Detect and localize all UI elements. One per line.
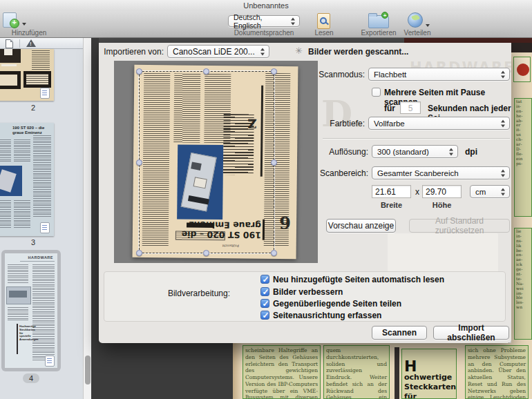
export-button-label: Exportieren — [358, 29, 399, 37]
pullquote-initial: H — [404, 360, 417, 373]
sidebar-scrollbar-track[interactable] — [83, 38, 91, 399]
stepper-arrows-icon — [501, 188, 506, 195]
unit-value: cm — [475, 188, 486, 196]
thumb4-col-a — [8, 264, 28, 284]
warnings-tab-icon[interactable] — [26, 39, 36, 47]
thumbnail-page-4-selection[interactable]: HARDWARE Hochwertige Steckkarten für spe… — [1, 250, 61, 371]
add-button[interactable]: + Hinzufügen — [0, 11, 70, 38]
thumb3-col-d — [0, 200, 11, 228]
colordepth-value: Vollfarbe — [374, 119, 405, 128]
scan-button[interactable]: Scannen — [372, 326, 427, 340]
ocr-text-col4: sich ohne Probleme mehrere Subsysteme an… — [465, 345, 529, 399]
thumb3-col-e — [14, 200, 30, 228]
detect-orientation-checkbox[interactable] — [260, 311, 269, 320]
width-input[interactable]: 21.61 — [372, 185, 411, 198]
reset-defaults-button[interactable]: Auf Standard zurücksetzen — [409, 219, 510, 233]
doc-dark-band — [511, 43, 532, 52]
resolution-value: 300 (standard) — [377, 148, 429, 156]
doc-page-bottom-strip: scheinbare Haltegriffe an den Seiten des… — [233, 343, 532, 399]
folder-tab — [368, 13, 377, 17]
marquee-handle-n[interactable] — [203, 68, 209, 75]
page-curl-badge — [40, 222, 50, 233]
pullquote-bar — [395, 347, 399, 399]
scan-sheet-dialog: HARDWARE D. Importieren von: CanoScan Li… — [99, 43, 511, 343]
read-button[interactable]: Lesen — [310, 11, 339, 38]
processing-label: Bildverarbeitung: — [154, 289, 230, 298]
doc-pullquote: Hochwertige Steckkarten für spezielle An… — [404, 351, 455, 399]
doc-col2-text: quem durchkonstruierten, soliden und zuv… — [324, 346, 389, 399]
resolution-select[interactable]: 300 (standard) — [372, 145, 458, 158]
ad-chip-white — [4, 49, 12, 55]
thumb4-photo-computer — [9, 291, 27, 298]
scanner-select[interactable]: CanoScan LiDE 200... — [167, 45, 269, 58]
thumb3-col-c — [33, 135, 51, 218]
ocr-text-region-margin-bottom: lie in- ns- lik be- en- ae- ick ge- nt- … — [514, 228, 532, 340]
colordepth-select[interactable]: Vollfarbe — [368, 117, 510, 130]
thumb3-col-b — [14, 139, 30, 163]
stepper-arrows-icon — [501, 169, 506, 177]
languages-select[interactable]: Deutsch, Englisch — [228, 15, 300, 27]
margin-text-bottom: lie in- ns- lik be- en- ae- ick ge- nt- … — [515, 228, 531, 311]
canvas-gutter — [91, 38, 99, 399]
multipage-checkbox[interactable] — [372, 88, 381, 97]
plus-glyph: + — [12, 18, 17, 26]
marquee-handle-s[interactable] — [203, 250, 209, 256]
thumbnail-page-2[interactable] — [0, 49, 54, 101]
thumbnail-page-3[interactable]: 190 ST 020 – die graue Eminenz — [0, 123, 54, 236]
ocr-pullquote-region: Hochwertige Steckkarten für spezielle An… — [401, 349, 457, 399]
thumb4-pullquote: Hochwertige Steckkarten für spezielle An… — [19, 325, 33, 342]
share-button[interactable]: Verteilen — [399, 11, 435, 38]
marquee-handle-ne[interactable] — [271, 68, 277, 75]
dropdown-caret-icon — [22, 23, 26, 26]
split-pages-label: Gegenüberliegende Seiten teilen — [273, 299, 401, 309]
show-preview-button[interactable]: Vorschau anzeige — [326, 219, 396, 233]
app-window: tat is- en- he- ab- er it- us ch- ar- D-… — [0, 0, 532, 399]
doc-col4-text: sich ohne Probleme mehrere Subsysteme an… — [466, 346, 528, 399]
colordepth-label: Farbtiefe: — [289, 119, 365, 128]
unit-select[interactable]: cm — [470, 185, 510, 198]
scanarea-value: Gesamter Scanbereich — [377, 169, 459, 177]
toolbar: + Hinzufügen Deutsch, Englisch Dokuments… — [0, 11, 532, 38]
width-caption: Breite — [372, 201, 411, 209]
thumb3-col-a — [0, 139, 11, 163]
titlebar[interactable]: Unbenanntes — [0, 0, 532, 12]
ad-frame-left-inner — [0, 75, 17, 86]
split-pages-checkbox[interactable] — [260, 299, 269, 308]
red-dot-graphic — [517, 64, 529, 76]
scanmode-select[interactable]: Flachbett — [368, 68, 510, 81]
stepper-arrows-icon — [291, 17, 296, 25]
pause-seconds-input[interactable]: 5 — [400, 101, 421, 114]
detect-orientation-label: Seitenausrichtung erfassen — [273, 311, 381, 320]
sidebar-scrollbar-thumb[interactable] — [85, 356, 91, 385]
finish-import-button[interactable]: Import abschließen — [433, 326, 509, 340]
enhance-images-checkbox[interactable] — [260, 287, 269, 296]
ocr-text-region-margin-top: tat is- en- he- ab- er it- us ch- ar- D-… — [514, 98, 532, 217]
sidebar-tabbar — [0, 38, 83, 49]
marquee-handle-nw[interactable] — [136, 68, 142, 75]
window-title: Unbenanntes — [0, 0, 532, 11]
thumbnail-page-4[interactable]: HARDWARE Hochwertige Steckkarten für spe… — [5, 253, 57, 368]
enhance-images-label: Bilder verbessern — [273, 287, 343, 297]
page-curl-badge — [45, 356, 55, 367]
marquee-handle-sw[interactable] — [136, 250, 142, 256]
marquee-handle-w[interactable] — [136, 159, 142, 166]
page-3-number: 3 — [0, 238, 66, 246]
ocr-text-col2: quem durchkonstruierten, soliden und zuv… — [323, 345, 390, 399]
height-caption: Höhe — [422, 201, 462, 209]
selection-marquee[interactable] — [139, 71, 274, 253]
page-4-number-pill: 4 — [23, 373, 39, 383]
languages-value: Deutsch, Englisch — [234, 13, 287, 30]
languages-caption: Dokumentsprachen — [227, 29, 301, 37]
export-button[interactable]: + Exportieren — [358, 11, 399, 38]
marquee-handle-se[interactable] — [271, 250, 277, 256]
ad-frame-right-inner — [26, 74, 48, 85]
auto-read-checkbox[interactable] — [260, 275, 269, 284]
scanarea-select[interactable]: Gesamter Scanbereich — [372, 166, 510, 179]
scanmode-label: Scanmodus: — [289, 70, 365, 79]
marquee-handle-e[interactable] — [271, 159, 277, 166]
auto-read-label: Neu hinzugefügte Seiten automatisch lese… — [273, 275, 444, 284]
height-input[interactable]: 29.70 — [422, 185, 462, 198]
pages-tab-icon[interactable] — [6, 39, 13, 48]
stepper-arrows-icon — [449, 148, 454, 155]
scan-dropcap-six: 6 — [279, 213, 291, 233]
